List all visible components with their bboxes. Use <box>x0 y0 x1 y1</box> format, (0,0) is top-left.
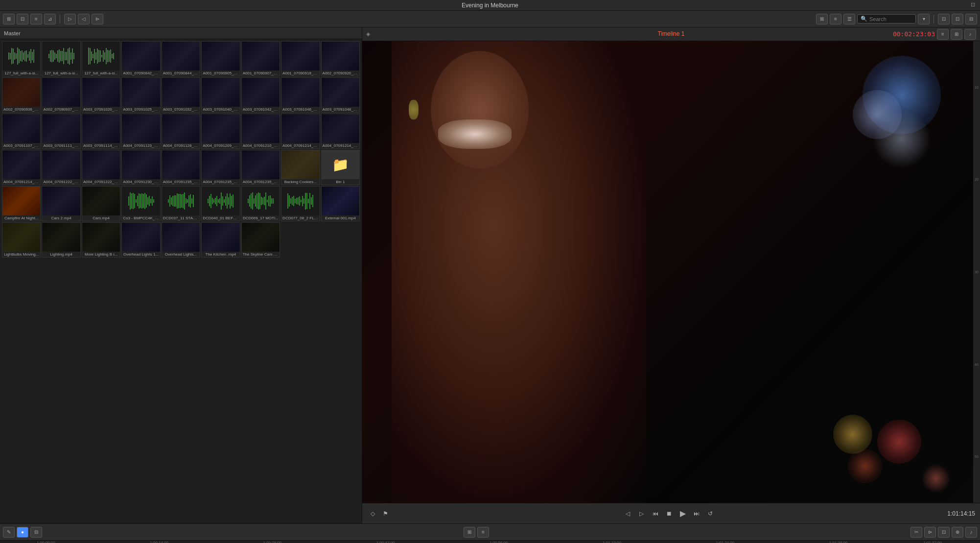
media-item-14[interactable]: A003_07091040_C... <box>201 77 240 113</box>
toolbar-icon-3[interactable]: ≡ <box>30 14 42 24</box>
window-close-icon[interactable]: ⊡ <box>971 1 975 8</box>
preview-settings-icon[interactable]: ≡ <box>937 29 949 40</box>
media-label-28: A004_07091222_C... <box>42 179 80 185</box>
media-item-39[interactable]: Co3 - BMPCC4K_Jo... <box>121 186 160 221</box>
media-item-38[interactable]: Cars.mp4 <box>82 186 120 221</box>
media-item-45[interactable]: Lightbulbs Moving... <box>2 222 41 258</box>
preview-audio-icon[interactable]: ♪ <box>964 29 976 40</box>
media-item-42[interactable]: DCD069_17 MOTI... <box>241 186 280 221</box>
media-item-28[interactable]: A004_07091222_C... <box>42 150 80 185</box>
media-thumb-5 <box>202 42 239 71</box>
media-item-25[interactable]: A004_07091214_C... <box>281 114 320 149</box>
media-item-47[interactable]: More Lighting B r... <box>82 222 120 258</box>
tl-tool-3[interactable]: ⊟ <box>30 527 42 538</box>
media-item-6[interactable]: A001_07090907_C... <box>241 41 280 76</box>
timeline-marker-icon[interactable]: ◇ <box>367 509 378 519</box>
media-item-30[interactable]: A004_07091230_C... <box>121 150 160 185</box>
media-item-19[interactable]: A003_07091111_C... <box>42 114 80 149</box>
media-item-29[interactable]: A004_07091222_C... <box>82 150 120 185</box>
media-item-32[interactable]: A004_07091235_C... <box>201 150 240 185</box>
media-item-34[interactable]: Backing Cookies... <box>281 150 320 185</box>
media-item-18[interactable]: A003_07091107_C... <box>2 114 41 149</box>
media-item-40[interactable]: DCD037_11 STAR... <box>162 186 200 221</box>
media-thumb-15 <box>242 78 280 107</box>
search-icon: 🔍 <box>861 16 867 22</box>
media-item-41[interactable]: DCD040_01 BEFO... <box>201 186 240 221</box>
media-item-50[interactable]: The Kitchen .mp4 <box>201 222 240 258</box>
tl-option-icon[interactable]: ⊡ <box>938 527 950 538</box>
media-item-17[interactable]: A003_07091048_C... <box>321 77 360 113</box>
media-item-43[interactable]: DCD077_08_2 FLO... <box>281 186 320 221</box>
media-item-31[interactable]: A004_07091235_C... <box>162 150 200 185</box>
media-item-11[interactable]: A003_07091020_C... <box>82 77 120 113</box>
media-item-35[interactable]: 📁Bin 1 <box>321 150 360 185</box>
search-box[interactable]: 🔍 <box>857 14 916 24</box>
media-item-0[interactable]: 127_full_with-a-si... <box>2 41 41 76</box>
search-input[interactable] <box>869 16 909 22</box>
right-side: ◈ Timeline 1 00:02:23:03 ≡ ⊞ ♪ <box>362 27 980 523</box>
media-item-9[interactable]: A002_07090936_C... <box>2 77 41 113</box>
media-label-12: A003_07091025_C... <box>122 107 160 112</box>
toolbar-icon-6[interactable]: ◁ <box>78 14 90 24</box>
tl-tool-2[interactable]: ● <box>17 527 28 538</box>
media-item-5[interactable]: A001_07090905_C... <box>201 41 240 76</box>
media-item-16[interactable]: A003_07091046_C... <box>281 77 320 113</box>
tl-audio-icon[interactable]: ♪ <box>965 527 977 538</box>
media-item-44[interactable]: External 001.mp4 <box>321 186 360 221</box>
media-item-51[interactable]: The Skyline Cam A... <box>241 222 280 258</box>
view-detail-icon[interactable]: ☰ <box>843 14 855 24</box>
media-item-37[interactable]: Cars 2.mp4 <box>42 186 80 221</box>
media-item-49[interactable]: Overhead Lights... <box>162 222 200 258</box>
media-item-26[interactable]: A004_07091214_C... <box>321 114 360 149</box>
media-item-1[interactable]: 127_full_with-a-si... <box>42 41 80 76</box>
media-item-21[interactable]: A004_07091123_C... <box>121 114 160 149</box>
skip-to-start-icon[interactable]: ⏮ <box>650 509 661 519</box>
media-item-22[interactable]: A004_07091128_C... <box>162 114 200 149</box>
media-grid: 127_full_with-a-si...127_full_with-a-si.… <box>0 39 362 523</box>
media-item-3[interactable]: A001_07090842_C... <box>121 41 160 76</box>
media-item-46[interactable]: Lighting.mp4 <box>42 222 80 258</box>
toolbar-icon-1[interactable]: ⊞ <box>3 14 15 24</box>
tl-razor-icon[interactable]: ✂ <box>910 527 922 538</box>
toolbar-icon-7[interactable]: ⊳ <box>92 14 103 24</box>
media-item-33[interactable]: A004_07091235_C... <box>241 150 280 185</box>
tl-insert-icon[interactable]: ⊳ <box>924 527 936 538</box>
media-item-13[interactable]: A003_07091032_C... <box>162 77 200 113</box>
view-list-icon[interactable]: ≡ <box>830 14 841 24</box>
timeline-flags-icon[interactable]: ⚑ <box>380 509 391 519</box>
media-item-7[interactable]: A001_07090918_C... <box>281 41 320 76</box>
preview-zoom-icon[interactable]: ⊞ <box>951 29 962 40</box>
media-label-20: A003_07091114_C... <box>82 143 120 148</box>
play-icon[interactable]: ▶ <box>677 509 688 519</box>
media-item-4[interactable]: A001_07090844_C... <box>162 41 200 76</box>
media-item-15[interactable]: A003_07091042_C... <box>241 77 280 113</box>
media-item-27[interactable]: A004_07091214_C... <box>2 150 41 185</box>
stop-icon[interactable]: ⏹ <box>664 509 675 519</box>
toolbar-icon-4[interactable]: ⊿ <box>44 14 56 24</box>
view-toggle-3[interactable]: ⊟ <box>965 14 977 24</box>
toolbar-icon-5[interactable]: ▷ <box>64 14 76 24</box>
media-item-24[interactable]: A004_07091210_C... <box>241 114 280 149</box>
media-item-10[interactable]: A002_07090937_C... <box>42 77 80 113</box>
media-item-23[interactable]: A004_07091209_C... <box>201 114 240 149</box>
search-options-icon[interactable]: ▾ <box>918 14 930 24</box>
media-item-2[interactable]: 127_full_with-a-si... <box>82 41 120 76</box>
skip-to-end-icon[interactable]: ⏭ <box>691 509 702 519</box>
toolbar-icon-2[interactable]: ⊡ <box>17 14 28 24</box>
view-grid-icon[interactable]: ⊞ <box>816 14 828 24</box>
prev-arrow-icon[interactable]: ◁ <box>623 509 633 519</box>
media-item-12[interactable]: A003_07091025_C... <box>121 77 160 113</box>
next-arrow-icon[interactable]: ▷ <box>636 509 647 519</box>
preview-ctrl-center: ◁ ▷ ⏮ ⏹ ▶ ⏭ ↺ <box>623 509 716 519</box>
tl-flag-icon[interactable]: ≡ <box>477 527 489 538</box>
media-item-48[interactable]: Overhead Lights 1... <box>121 222 160 258</box>
view-toggle-1[interactable]: ⊡ <box>938 14 950 24</box>
tl-zoom-icon[interactable]: ⊕ <box>952 527 963 538</box>
tl-snap-icon[interactable]: ⊞ <box>464 527 475 538</box>
media-item-36[interactable]: Campfire At Night... <box>2 186 41 221</box>
tl-tool-1[interactable]: ✎ <box>3 527 15 538</box>
media-item-20[interactable]: A003_07091114_C... <box>82 114 120 149</box>
loop-icon[interactable]: ↺ <box>705 509 716 519</box>
media-item-8[interactable]: A002_07090920_C... <box>321 41 360 76</box>
view-toggle-2[interactable]: ⊡ <box>952 14 963 24</box>
